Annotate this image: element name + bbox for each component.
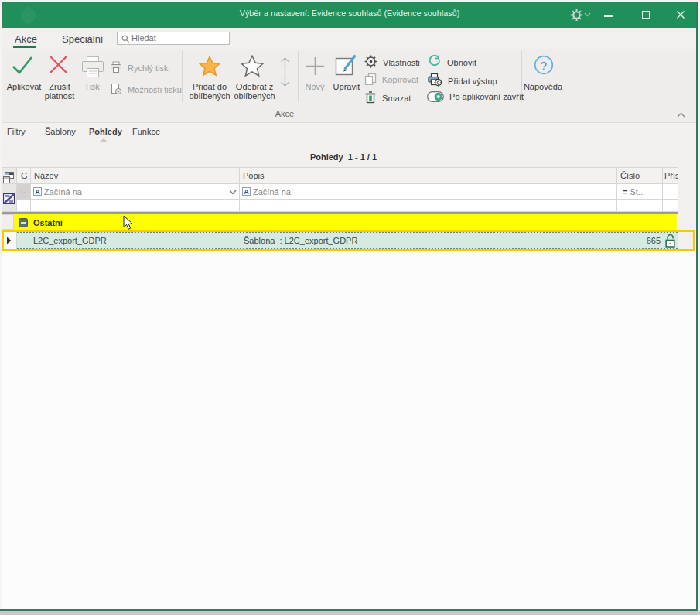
svg-text:?: ? [541, 59, 547, 72]
